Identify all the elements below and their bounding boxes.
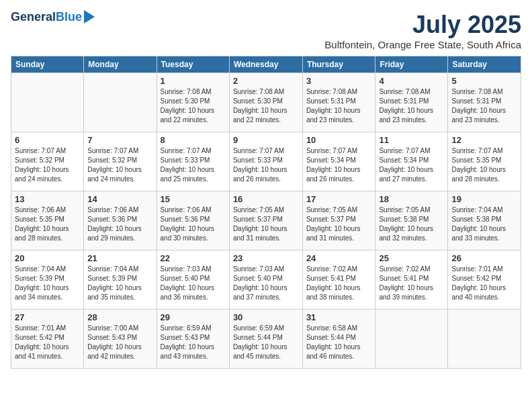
day-number: 8 [161,135,226,145]
logo: GeneralBlue [11,11,95,24]
day-number: 4 [379,76,444,86]
weekday-header-cell: Sunday [11,56,84,73]
calendar-day-cell: 13Sunrise: 7:06 AM Sunset: 5:35 PM Dayli… [11,191,84,250]
title-block: July 2025 Bultfontein, Orange Free State… [324,11,521,50]
logo-text: GeneralBlue [11,11,82,24]
calendar-table: SundayMondayTuesdayWednesdayThursdayFrid… [11,56,521,369]
day-detail: Sunrise: 7:05 AM Sunset: 5:37 PM Dayligh… [233,205,299,243]
day-number: 28 [87,312,152,322]
day-number: 5 [451,76,517,86]
day-number: 23 [233,253,299,263]
day-number: 15 [161,194,226,204]
calendar-day-cell: 5Sunrise: 7:08 AM Sunset: 5:31 PM Daylig… [448,73,521,132]
calendar-day-cell: 18Sunrise: 7:05 AM Sunset: 5:38 PM Dayli… [375,191,448,250]
day-number: 31 [306,312,372,322]
day-number: 2 [233,76,299,86]
calendar-week-row: 1Sunrise: 7:08 AM Sunset: 5:30 PM Daylig… [11,73,521,132]
calendar-day-cell: 31Sunrise: 6:58 AM Sunset: 5:44 PM Dayli… [302,310,375,369]
calendar-day-cell: 27Sunrise: 7:01 AM Sunset: 5:42 PM Dayli… [11,310,84,369]
day-detail: Sunrise: 7:01 AM Sunset: 5:42 PM Dayligh… [15,324,80,361]
calendar-body: 1Sunrise: 7:08 AM Sunset: 5:30 PM Daylig… [11,73,521,369]
day-detail: Sunrise: 7:07 AM Sunset: 5:32 PM Dayligh… [15,146,80,184]
day-detail: Sunrise: 7:07 AM Sunset: 5:33 PM Dayligh… [233,146,299,184]
day-detail: Sunrise: 7:04 AM Sunset: 5:39 PM Dayligh… [87,265,152,302]
calendar-day-cell [448,310,521,369]
calendar-day-cell: 17Sunrise: 7:05 AM Sunset: 5:37 PM Dayli… [302,191,375,250]
weekday-header-row: SundayMondayTuesdayWednesdayThursdayFrid… [11,56,521,73]
day-number: 9 [233,135,299,145]
calendar-week-row: 20Sunrise: 7:04 AM Sunset: 5:39 PM Dayli… [11,250,521,310]
calendar-day-cell [11,73,84,132]
day-number: 21 [87,253,152,263]
day-detail: Sunrise: 7:08 AM Sunset: 5:30 PM Dayligh… [233,87,299,125]
day-detail: Sunrise: 7:07 AM Sunset: 5:34 PM Dayligh… [306,146,372,184]
day-number: 7 [87,135,152,145]
day-detail: Sunrise: 7:07 AM Sunset: 5:33 PM Dayligh… [161,146,226,184]
day-detail: Sunrise: 7:06 AM Sunset: 5:35 PM Dayligh… [15,205,80,243]
day-number: 16 [233,194,299,204]
day-detail: Sunrise: 7:06 AM Sunset: 5:36 PM Dayligh… [87,205,152,243]
day-detail: Sunrise: 7:07 AM Sunset: 5:35 PM Dayligh… [451,146,517,184]
day-detail: Sunrise: 7:08 AM Sunset: 5:31 PM Dayligh… [379,87,444,125]
calendar-day-cell [84,73,157,132]
calendar-day-cell: 26Sunrise: 7:01 AM Sunset: 5:42 PM Dayli… [448,250,521,310]
calendar-day-cell: 16Sunrise: 7:05 AM Sunset: 5:37 PM Dayli… [229,191,302,250]
day-detail: Sunrise: 6:59 AM Sunset: 5:43 PM Dayligh… [161,324,226,361]
day-number: 17 [306,194,372,204]
calendar-day-cell: 19Sunrise: 7:04 AM Sunset: 5:38 PM Dayli… [448,191,521,250]
location-subtitle: Bultfontein, Orange Free State, South Af… [324,39,521,50]
day-number: 13 [15,194,80,204]
weekday-header-cell: Monday [84,56,157,73]
day-number: 24 [306,253,372,263]
calendar-day-cell: 15Sunrise: 7:06 AM Sunset: 5:36 PM Dayli… [157,191,229,250]
calendar-day-cell: 6Sunrise: 7:07 AM Sunset: 5:32 PM Daylig… [11,132,84,191]
day-number: 22 [161,253,226,263]
day-detail: Sunrise: 7:03 AM Sunset: 5:40 PM Dayligh… [233,265,299,302]
calendar-day-cell: 28Sunrise: 7:00 AM Sunset: 5:43 PM Dayli… [84,310,157,369]
calendar-day-cell: 24Sunrise: 7:02 AM Sunset: 5:41 PM Dayli… [302,250,375,310]
day-detail: Sunrise: 7:05 AM Sunset: 5:38 PM Dayligh… [379,205,444,243]
day-number: 12 [451,135,517,145]
calendar-day-cell: 2Sunrise: 7:08 AM Sunset: 5:30 PM Daylig… [229,73,302,132]
calendar-week-row: 6Sunrise: 7:07 AM Sunset: 5:32 PM Daylig… [11,132,521,191]
calendar-day-cell: 8Sunrise: 7:07 AM Sunset: 5:33 PM Daylig… [157,132,229,191]
day-detail: Sunrise: 6:58 AM Sunset: 5:44 PM Dayligh… [306,324,372,361]
day-detail: Sunrise: 7:02 AM Sunset: 5:41 PM Dayligh… [306,265,372,302]
day-detail: Sunrise: 7:04 AM Sunset: 5:39 PM Dayligh… [15,265,80,302]
calendar-day-cell: 12Sunrise: 7:07 AM Sunset: 5:35 PM Dayli… [448,132,521,191]
day-number: 3 [306,76,372,86]
logo-arrow-icon [84,10,95,24]
day-detail: Sunrise: 7:07 AM Sunset: 5:34 PM Dayligh… [379,146,444,184]
weekday-header-cell: Wednesday [229,56,302,73]
day-number: 30 [233,312,299,322]
day-detail: Sunrise: 7:07 AM Sunset: 5:32 PM Dayligh… [87,146,152,184]
day-number: 27 [15,312,80,322]
day-number: 20 [15,253,80,263]
day-detail: Sunrise: 7:06 AM Sunset: 5:36 PM Dayligh… [161,205,226,243]
calendar-day-cell: 11Sunrise: 7:07 AM Sunset: 5:34 PM Dayli… [375,132,448,191]
day-number: 26 [451,253,517,263]
calendar-day-cell: 4Sunrise: 7:08 AM Sunset: 5:31 PM Daylig… [375,73,448,132]
calendar-day-cell: 9Sunrise: 7:07 AM Sunset: 5:33 PM Daylig… [229,132,302,191]
calendar-day-cell [375,310,448,369]
day-detail: Sunrise: 7:08 AM Sunset: 5:31 PM Dayligh… [306,87,372,125]
calendar-day-cell: 23Sunrise: 7:03 AM Sunset: 5:40 PM Dayli… [229,250,302,310]
calendar-day-cell: 25Sunrise: 7:02 AM Sunset: 5:41 PM Dayli… [375,250,448,310]
calendar-day-cell: 10Sunrise: 7:07 AM Sunset: 5:34 PM Dayli… [302,132,375,191]
day-detail: Sunrise: 7:03 AM Sunset: 5:40 PM Dayligh… [161,265,226,302]
day-detail: Sunrise: 7:01 AM Sunset: 5:42 PM Dayligh… [451,265,517,302]
day-detail: Sunrise: 7:08 AM Sunset: 5:30 PM Dayligh… [161,87,226,125]
calendar-week-row: 27Sunrise: 7:01 AM Sunset: 5:42 PM Dayli… [11,310,521,369]
calendar-day-cell: 30Sunrise: 6:59 AM Sunset: 5:44 PM Dayli… [229,310,302,369]
calendar-day-cell: 1Sunrise: 7:08 AM Sunset: 5:30 PM Daylig… [157,73,229,132]
calendar-week-row: 13Sunrise: 7:06 AM Sunset: 5:35 PM Dayli… [11,191,521,250]
day-detail: Sunrise: 7:02 AM Sunset: 5:41 PM Dayligh… [379,265,444,302]
month-year-title: July 2025 [324,11,521,39]
day-detail: Sunrise: 7:08 AM Sunset: 5:31 PM Dayligh… [451,87,517,125]
day-number: 29 [161,312,226,322]
day-number: 1 [161,76,226,86]
calendar-day-cell: 7Sunrise: 7:07 AM Sunset: 5:32 PM Daylig… [84,132,157,191]
calendar-day-cell: 29Sunrise: 6:59 AM Sunset: 5:43 PM Dayli… [157,310,229,369]
day-detail: Sunrise: 7:00 AM Sunset: 5:43 PM Dayligh… [87,324,152,361]
day-number: 25 [379,253,444,263]
